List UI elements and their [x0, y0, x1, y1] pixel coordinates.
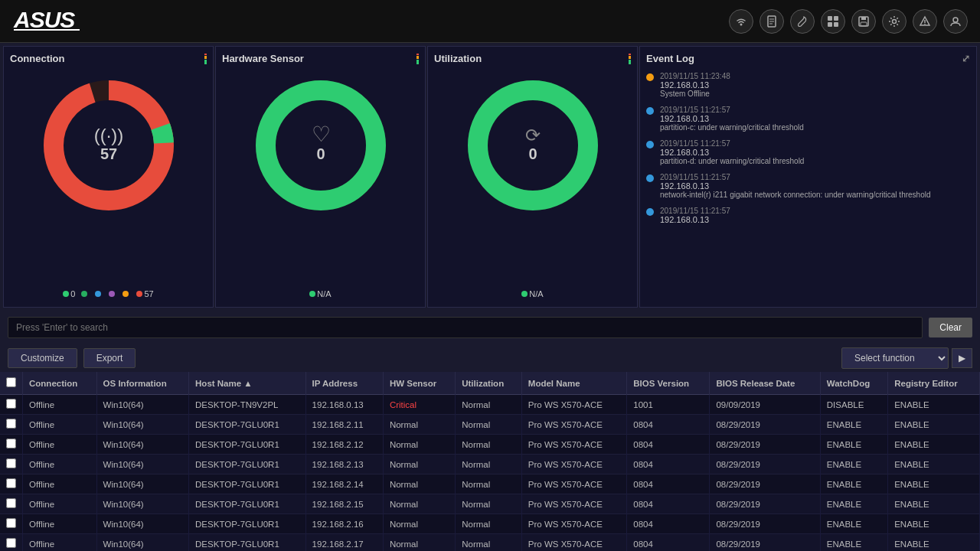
th-checkbox [0, 372, 23, 395]
event-item: 2019/11/15 11:21:57 192.168.0.13 [646, 205, 970, 226]
row-hw: Normal [383, 415, 455, 435]
nav-icon-tools[interactable] [790, 9, 815, 34]
row-bios-date: 08/29/2019 [710, 474, 820, 494]
table-row[interactable]: Offline Win10(64) DESKTOP-7GLU0R1 192.16… [0, 534, 980, 552]
row-registry: ENABLE [888, 514, 980, 534]
function-select-group: Select function ▶ [841, 347, 972, 369]
row-hostname: DESKTOP-7GLU0R1 [189, 415, 306, 435]
row-hostname: DESKTOP-7GLU0R1 [189, 494, 306, 514]
nav-icon-save[interactable] [851, 9, 876, 34]
dashboard-panels: Connection ((·)) 57 0 [0, 43, 980, 311]
row-registry: ENABLE [888, 415, 980, 435]
row-checkbox-cell [0, 534, 23, 552]
row-os: Win10(64) [96, 494, 188, 514]
nav-icon-settings[interactable] [882, 9, 906, 34]
row-bios-date: 09/09/2019 [710, 395, 820, 415]
row-bios: 0804 [627, 415, 710, 435]
event-ip: 192.168.0.13 [660, 114, 970, 123]
table-row[interactable]: Offline Win10(64) DESKTOP-7GLU0R1 192.16… [0, 455, 980, 474]
row-util: Normal [456, 435, 522, 455]
row-checkbox[interactable] [6, 538, 16, 548]
hardware-donut: ♡ 0 [244, 69, 397, 222]
event-log-expand-icon[interactable]: ⤢ [962, 53, 970, 64]
nav-icon-wifi[interactable] [729, 9, 753, 34]
event-content: 2019/11/15 11:23:48 192.168.0.13 System … [660, 72, 970, 98]
row-checkbox[interactable] [6, 518, 16, 528]
toolbar: Customize Export Select function ▶ [0, 344, 980, 372]
event-log-panel: Event Log ⤢ 2019/11/15 11:23:48 192.168.… [639, 46, 977, 308]
select-all-checkbox[interactable] [6, 377, 16, 387]
row-model: Pro WS X570-ACE [521, 474, 626, 494]
row-connection: Offline [23, 415, 97, 435]
nav-icon-alert[interactable] [913, 9, 937, 34]
export-button[interactable]: Export [83, 348, 136, 368]
row-checkbox[interactable] [6, 439, 16, 448]
function-dropdown[interactable]: Select function [841, 347, 949, 369]
svg-rect-9 [828, 22, 832, 27]
row-checkbox[interactable] [6, 478, 16, 488]
row-checkbox[interactable] [6, 498, 16, 508]
row-os: Win10(64) [96, 435, 188, 455]
event-item: 2019/11/15 11:21:57 192.168.0.13 network… [646, 171, 970, 201]
table-row[interactable]: Offline Win10(64) DESKTOP-7GLU0R1 192.16… [0, 474, 980, 494]
nav-icon-user[interactable] [943, 9, 968, 34]
row-checkbox-cell [0, 435, 23, 455]
nav-icon-group [729, 9, 968, 34]
row-checkbox[interactable] [6, 399, 16, 409]
event-ip: 192.168.0.13 [660, 80, 970, 90]
function-arrow-button[interactable]: ▶ [952, 348, 972, 368]
row-os: Win10(64) [96, 415, 188, 435]
row-util: Normal [456, 474, 522, 494]
svg-point-2 [740, 23, 743, 25]
row-bios-date: 08/29/2019 [710, 514, 820, 534]
connection-icon [204, 54, 207, 64]
nav-icon-grid[interactable] [821, 9, 845, 34]
row-bios-date: 08/29/2019 [710, 494, 820, 514]
event-content: 2019/11/15 11:21:57 192.168.0.13 [660, 207, 970, 224]
connection-donut: ((·)) 57 [32, 69, 185, 222]
customize-button[interactable]: Customize [8, 348, 77, 368]
row-connection: Offline [23, 455, 97, 474]
th-util: Utilization [456, 372, 522, 395]
row-checkbox-cell [0, 455, 23, 474]
utilization-icon [629, 54, 631, 64]
clear-button[interactable]: Clear [929, 318, 972, 337]
row-watchdog: ENABLE [820, 415, 887, 435]
svg-point-14 [893, 19, 897, 23]
nav-icon-document[interactable] [760, 9, 784, 34]
row-checkbox[interactable] [6, 419, 16, 429]
row-watchdog: ENABLE [820, 455, 887, 474]
th-hw: HW Sensor [383, 372, 455, 395]
row-checkbox-cell [0, 395, 23, 415]
event-time: 2019/11/15 11:21:57 [660, 139, 970, 148]
svg-text:ASUS: ASUS [13, 7, 75, 32]
row-ip: 192.168.0.13 [305, 395, 383, 415]
table-row[interactable]: Offline Win10(64) DESKTOP-TN9V2PL 192.16… [0, 395, 980, 415]
row-checkbox[interactable] [6, 458, 16, 468]
row-bios-date: 08/29/2019 [710, 435, 820, 455]
row-model: Pro WS X570-ACE [521, 494, 626, 514]
event-dot [646, 174, 654, 182]
row-ip: 192.168.2.14 [305, 474, 383, 494]
hardware-sensor-panel: Hardware Sensor ♡ 0 N/A [215, 46, 426, 308]
row-hw: Normal [383, 514, 455, 534]
device-table: Connection OS Information Host Name ▲ IP… [0, 372, 980, 551]
svg-point-17 [953, 18, 958, 22]
event-list: 2019/11/15 11:23:48 192.168.0.13 System … [646, 70, 970, 226]
event-time: 2019/11/15 11:21:57 [660, 173, 970, 181]
table-row[interactable]: Offline Win10(64) DESKTOP-7GLU0R1 192.16… [0, 514, 980, 534]
connection-panel: Connection ((·)) 57 0 [3, 46, 214, 308]
row-checkbox-cell [0, 494, 23, 514]
row-hostname: DESKTOP-7GLU0R1 [189, 455, 306, 474]
row-model: Pro WS X570-ACE [521, 435, 626, 455]
table-row[interactable]: Offline Win10(64) DESKTOP-7GLU0R1 192.16… [0, 435, 980, 455]
search-input[interactable] [8, 317, 923, 338]
utilization-donut: ⟳ 0 [456, 69, 609, 222]
table-row[interactable]: Offline Win10(64) DESKTOP-7GLU0R1 192.16… [0, 494, 980, 514]
th-registry: Registry Editor [888, 372, 980, 395]
svg-rect-7 [828, 16, 832, 21]
event-msg: partition-d: under warning/critical thre… [660, 157, 970, 165]
utilization-content: ⟳ 0 N/A [434, 69, 631, 298]
svg-text:⟳: ⟳ [525, 125, 541, 145]
table-row[interactable]: Offline Win10(64) DESKTOP-7GLU0R1 192.16… [0, 415, 980, 435]
